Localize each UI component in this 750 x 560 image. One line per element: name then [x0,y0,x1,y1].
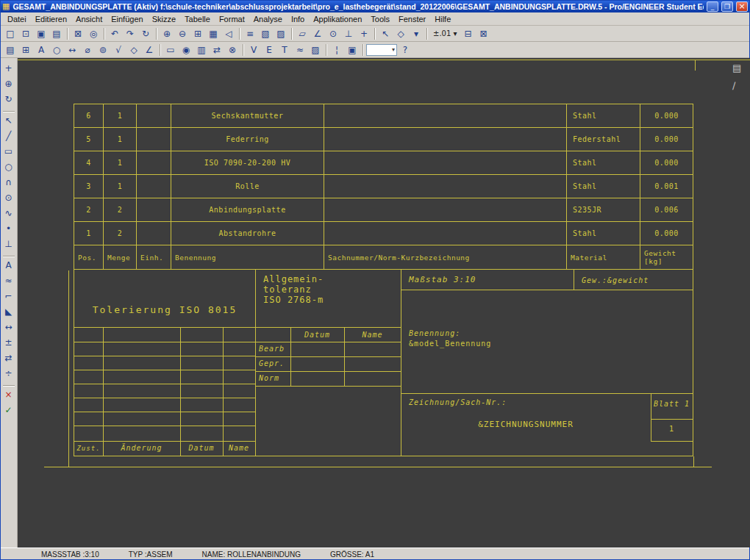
sheet-select-combo[interactable]: ▾ [366,44,397,56]
bom-row[interactable]: 6 1 Sechskantmutter Stahl 0.000 [74,104,693,128]
zeichnung-value[interactable]: &ZEICHNUNGSNUMMER [401,420,651,430]
print-icon[interactable]: ▤ [49,26,64,40]
csys-toggle-icon[interactable]: ⊥ [341,26,356,40]
bom-cell-menge[interactable]: 1 [104,175,137,198]
bom-cell-material[interactable]: Stahl [567,151,640,174]
datum-plane-toggle-icon[interactable]: ▱ [295,26,310,40]
blatt-number[interactable]: 1 [651,424,693,434]
text-style-icon[interactable]: T [277,43,292,57]
bom-row[interactable]: 1 2 Abstandrohre Stahl 0.000 [74,222,693,245]
close-button[interactable]: × [736,1,748,12]
benennung-label[interactable]: Benennung: [409,329,460,339]
datum-point-toggle-icon[interactable]: ⊙ [326,26,340,40]
menu-datei[interactable]: Datei [3,13,31,25]
drawing-tree-icon[interactable]: ▨ [274,26,288,40]
erase-view-icon[interactable]: ⊗ [225,43,240,57]
bom-cell-benennung[interactable]: Rolle [171,175,324,198]
bom-cell-einh[interactable] [137,128,171,151]
menu-format[interactable]: Format [215,13,249,25]
massstab-text[interactable]: Maßstab 3:10 [409,275,476,285]
bom-cell-benennung[interactable]: Federring [171,128,324,151]
zust-label[interactable]: Zust. [74,443,103,453]
bom-header-sachnummer[interactable]: Sachnummer/Norm-Kurzbezeichnung [324,245,567,269]
ellipse-tool-icon[interactable]: ⊙ [1,190,16,205]
annotate-toggle-icon[interactable]: ∕ [732,80,741,91]
tolerierung-text[interactable]: Tolerierung ISO 8015 [74,305,255,315]
search-icon[interactable]: ◎ [86,26,101,40]
bom-header-material[interactable]: Material [567,245,640,269]
bom-cell-einh[interactable] [137,222,171,245]
delete-tool-icon[interactable]: × [1,387,16,402]
balloon-note-icon[interactable]: ○ [49,43,64,57]
bom-cell-sachnummer[interactable] [324,151,567,174]
minimize-button[interactable]: _ [707,1,718,12]
name-column-header[interactable]: Name [344,330,401,340]
bom-cell-material[interactable]: S235JR [567,198,640,221]
pan-view-icon[interactable]: + [1,61,16,76]
bom-cell-pos[interactable]: 6 [74,104,104,127]
bom-cell-sachnummer[interactable] [324,175,567,198]
mirror-tool-icon[interactable]: ⇄ [1,351,16,365]
bom-row[interactable]: 5 1 Federring Federstahl 0.000 [74,128,693,151]
menu-hilfe[interactable]: Hilfe [430,13,455,25]
rotate-view-icon[interactable]: ↻ [1,92,16,107]
section-view-icon[interactable]: ▥ [194,43,209,57]
datum-axis-toggle-icon[interactable]: ∠ [310,26,325,40]
menu-skizze[interactable]: Skizze [148,13,180,25]
sheet-setup-icon[interactable]: ▤ [3,43,18,57]
blatt-label[interactable]: Blatt 1 [651,399,693,409]
bom-cell-benennung[interactable]: Anbindungsplatte [171,198,324,221]
menu-fenster[interactable]: Fenster [394,13,430,25]
bom-cell-pos[interactable]: 4 [74,151,104,174]
help-icon[interactable]: ? [398,43,413,57]
drawing-canvas[interactable]: ▤∕ 6 1 Sechskantmutter Stahl 0.000 [18,58,750,548]
norm-label[interactable]: Norm [259,373,279,384]
datum-label[interactable]: Datum [180,443,223,453]
chamfer-tool-icon[interactable]: ◣ [1,304,16,319]
line-style-icon[interactable]: ≈ [293,43,307,57]
note-icon[interactable]: A [34,43,49,57]
save-icon[interactable]: ▣ [34,26,49,40]
bom-cell-gewicht[interactable]: 0.000 [640,128,693,151]
bom-cell-material[interactable]: Federstahl [567,128,640,151]
select-tool-icon[interactable]: ↖ [1,113,16,128]
bom-cell-sachnummer[interactable] [324,128,567,151]
show-axes-icon[interactable]: ∠ [142,43,157,57]
menu-tools[interactable]: Tools [366,13,394,25]
bom-cell-einh[interactable] [137,151,171,174]
undo-icon[interactable]: ↶ [107,26,122,40]
done-icon[interactable]: ✓ [1,403,16,417]
regenerate-icon[interactable]: ↻ [138,26,153,40]
bom-cell-sachnummer[interactable] [324,104,567,127]
bom-cell-menge[interactable]: 2 [104,222,137,245]
menu-ansicht[interactable]: Ansicht [71,13,107,25]
tolerance-select[interactable]: ±.01 ▾ [430,26,460,40]
bom-row[interactable]: 2 2 Anbindungsplatte S235JR 0.006 [74,198,693,222]
grid-toggle-icon[interactable]: ⊟ [460,26,475,40]
menu-applikationen[interactable]: Applikationen [309,13,366,25]
symbol-icon[interactable]: ◇ [126,43,141,57]
menu-einfuegen[interactable]: Einfügen [107,13,147,25]
previous-view-icon[interactable]: ◁ [221,26,236,40]
select-mode-icon[interactable]: ↖ [378,26,393,40]
line-tool-icon[interactable]: ╱ [1,129,16,143]
zeichnung-label[interactable]: Zeichnung/Sach-Nr.: [409,398,507,408]
bearb-label[interactable]: Bearb [259,344,285,354]
bom-cell-gewicht[interactable]: 0.000 [640,104,693,127]
bom-cell-gewicht[interactable]: 0.000 [640,222,693,245]
divide-tool-icon[interactable]: ÷ [1,366,16,381]
bom-header-benennung[interactable]: Benennung [171,245,324,269]
zoom-out-icon[interactable]: ⊖ [175,26,190,40]
bom-cell-pos[interactable]: 1 [74,222,104,245]
zoom-in-icon[interactable]: ⊕ [160,26,174,40]
bom-cell-einh[interactable] [137,175,171,198]
bom-header-einh[interactable]: Einh. [137,245,171,269]
bom-cell-material[interactable]: Stahl [567,222,640,245]
zoom-view-icon[interactable]: ⊕ [1,76,16,91]
gewicht-text[interactable]: Gew.:&gewicht [582,276,649,286]
bom-cell-menge[interactable]: 1 [104,151,137,174]
new-file-icon[interactable]: □ [3,26,18,40]
snap-lines-icon[interactable]: ¦ [329,43,344,57]
bom-cell-pos[interactable]: 5 [74,128,104,151]
circle-tool-icon[interactable]: ○ [1,159,16,174]
